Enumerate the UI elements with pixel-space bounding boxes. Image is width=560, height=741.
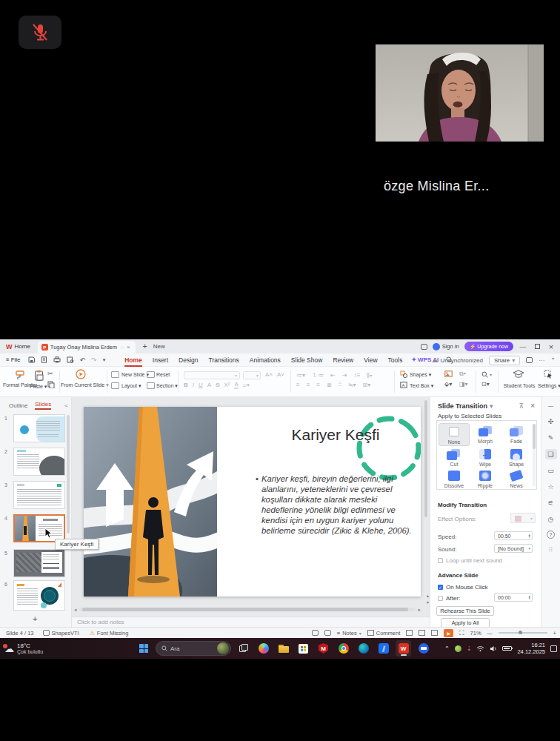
tab-animations[interactable]: Animations <box>250 353 281 367</box>
notes-area[interactable]: Click to add notes <box>72 617 430 627</box>
reading-view-icon[interactable] <box>431 630 438 636</box>
collapse-panel-icon[interactable]: < <box>64 402 68 409</box>
next-slide-button[interactable]: ▾ <box>427 599 429 605</box>
handout-icon[interactable] <box>324 630 331 636</box>
on-mouse-click-row[interactable]: ✓ On Mouse Click <box>438 584 487 591</box>
copilot-icon[interactable] <box>256 640 271 657</box>
tab-transitions[interactable]: Transitions <box>209 353 239 367</box>
chrome-icon[interactable] <box>336 640 351 657</box>
volume-icon[interactable] <box>490 645 497 652</box>
section-button[interactable]: Section ▾ <box>156 383 178 389</box>
transition-dissolve[interactable]: Dissolve <box>439 468 470 489</box>
microsoft-store-icon[interactable] <box>296 640 311 657</box>
history-clock-icon[interactable]: ◷ <box>545 514 557 525</box>
shapes-tool[interactable]: ShapesVTI <box>43 630 79 637</box>
slide-thumbnail-3[interactable]: 3 <box>0 481 72 509</box>
maximize-button[interactable] <box>533 343 541 350</box>
participant-video[interactable] <box>376 44 544 142</box>
grow-font-icon[interactable]: A˄ <box>265 371 273 378</box>
file-explorer-icon[interactable] <box>276 640 291 657</box>
decrease-indent-icon[interactable]: ⇤ <box>330 372 336 379</box>
align-objects-icon[interactable]: ⊞▾ <box>362 382 370 388</box>
redo-icon[interactable]: ↷ <box>91 356 97 364</box>
tab-insert[interactable]: Insert <box>153 353 168 367</box>
tab-list-icon[interactable] <box>421 344 427 350</box>
speed-down-icon[interactable]: ▾ <box>528 535 530 539</box>
tab-view[interactable]: View <box>364 353 377 367</box>
play-from-current-icon[interactable] <box>76 369 86 379</box>
student-tools-icon[interactable] <box>513 370 524 379</box>
justify-icon[interactable]: ≣ <box>327 382 332 388</box>
upgrade-button[interactable]: ⚡ Upgrade now <box>464 342 513 351</box>
horizontal-scrollbar[interactable]: ◂ ▸ <box>74 607 421 612</box>
tab-tools[interactable]: Tools <box>388 353 403 367</box>
normal-view-icon[interactable] <box>406 630 413 636</box>
zoom-slider[interactable] <box>499 632 547 634</box>
task-view-button[interactable] <box>236 640 251 657</box>
align-center-icon[interactable]: ≡ <box>307 382 310 388</box>
increase-indent-icon[interactable]: ⇥ <box>342 372 347 379</box>
mcafee-icon[interactable]: M <box>316 640 331 657</box>
columns-icon[interactable]: ⫼▾ <box>367 372 373 379</box>
shape-fill-icon[interactable]: ⬙▾ <box>444 381 452 388</box>
font-color-button[interactable]: A <box>234 381 238 389</box>
tab-review[interactable]: Review <box>333 353 353 367</box>
slide-thumbnail-1[interactable]: 1 <box>0 414 72 444</box>
transition-pane-icon[interactable]: ❏ <box>545 449 557 459</box>
close-document-tab-icon[interactable]: × <box>127 344 130 350</box>
transition-morph[interactable]: Morph <box>470 423 501 446</box>
from-current-slide-label[interactable]: From Current Slide ▾ <box>61 382 109 388</box>
minimize-button[interactable]: — <box>519 343 527 350</box>
rehearse-this-slide-button[interactable]: Rehearse This Slide <box>436 606 494 616</box>
numbering-icon[interactable]: ⒈≔ <box>312 371 324 379</box>
panel-scrollbar[interactable] <box>67 415 70 534</box>
cut-icon[interactable]: ✂ <box>47 370 53 377</box>
layout-button[interactable]: Layout ▾ <box>121 383 141 389</box>
notes-toggle[interactable]: ≡ Notes ▾ <box>337 630 361 637</box>
favorites-icon[interactable]: ☆ <box>545 482 557 492</box>
highlight-button[interactable]: ▱▾ <box>243 382 250 388</box>
meeting-app-icon[interactable] <box>416 640 431 657</box>
student-tools-button[interactable]: Student Tools <box>502 383 536 388</box>
line-spacing-icon[interactable]: ↕≡ <box>353 372 360 379</box>
slide-body-text[interactable]: • Kariyer keşfi, bireyin değerlerini, il… <box>256 473 416 536</box>
smart-effects-icon[interactable]: ✎ <box>545 433 557 443</box>
transition-none[interactable]: None <box>439 423 470 446</box>
slides-tab[interactable]: Slides <box>35 401 51 410</box>
transition-news[interactable]: News <box>501 468 532 489</box>
animation-pane-icon[interactable]: ✣ <box>545 416 557 427</box>
loop-checkbox-row[interactable]: Loop until next sound <box>438 557 502 564</box>
notification-center-icon[interactable] <box>550 645 557 652</box>
wps-logo[interactable]: W <box>6 343 13 350</box>
slideshow-settings-icon[interactable]: ⊡▾ <box>481 381 490 388</box>
zoom-out-icon[interactable]: — <box>487 631 493 636</box>
vertical-scrollbar[interactable] <box>424 400 428 602</box>
speed-spinner[interactable]: 00.50 ▴ ▾ <box>494 531 533 540</box>
theme-icon[interactable] <box>312 630 319 636</box>
battery-icon[interactable] <box>502 646 512 651</box>
tray-arrow-icon[interactable]: ⇣ <box>467 645 472 652</box>
pin-panel-icon[interactable]: ⊼ <box>519 402 524 410</box>
comment-toggle[interactable]: Comment <box>367 630 401 637</box>
outline-tab[interactable]: Outline <box>9 402 27 409</box>
adjust-settings-icon[interactable]: ⚟ <box>545 498 557 508</box>
print-preview-icon[interactable] <box>67 356 74 363</box>
distribute-icon[interactable]: ⫶⫶ <box>339 381 341 388</box>
mute-button[interactable] <box>19 16 61 49</box>
taskbar-clock[interactable]: 16:21 24.12.2025 <box>517 642 545 656</box>
collapse-ribbon-icon[interactable]: ⌃ <box>550 357 556 364</box>
tray-app-icon[interactable] <box>455 645 461 652</box>
transition-ripple[interactable]: Ripple <box>470 468 501 489</box>
slide-thumbnail-2[interactable]: 2 <box>0 448 72 476</box>
tab-slide-show[interactable]: Slide Show <box>291 353 323 367</box>
document-tab[interactable]: P Tugay Önay Mislina Erdem S... ◌ × <box>38 341 136 353</box>
zoom-in-icon[interactable]: + <box>553 630 556 637</box>
font-family-select[interactable]: ▾ <box>184 371 240 379</box>
undo-icon[interactable]: ↶ <box>80 356 86 364</box>
transition-fade[interactable]: Fade <box>501 423 532 446</box>
customize-quick-access-icon[interactable]: ▾ <box>103 357 106 363</box>
font-missing-warning[interactable]: ⚠ Font Missing <box>90 630 129 637</box>
loop-checkbox[interactable] <box>438 558 443 563</box>
previous-slide-button[interactable]: ▴ <box>427 593 429 598</box>
sound-select[interactable]: [No Sound] ▾ <box>494 544 533 553</box>
